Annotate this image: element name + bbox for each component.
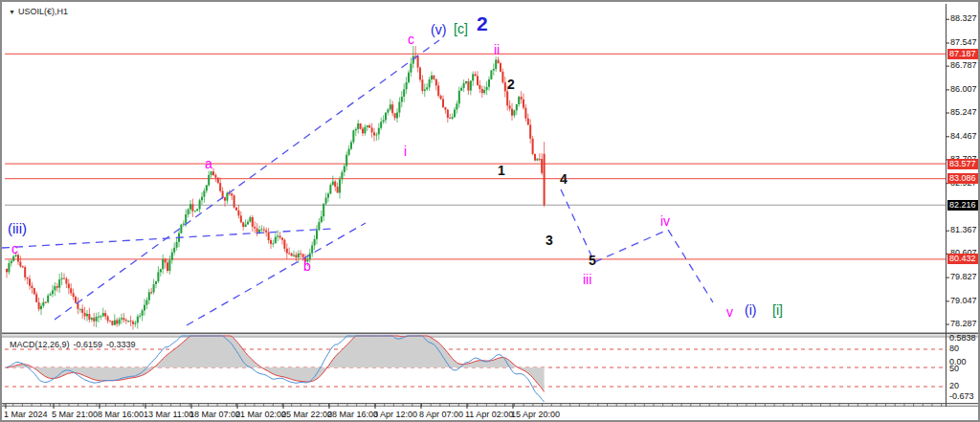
time-axis-label: 13 Mar 11:00 bbox=[144, 411, 193, 419]
time-axis-label: 28 Mar 16:00 bbox=[327, 411, 378, 419]
wave-label-5[interactable]: 5 bbox=[589, 254, 596, 267]
time-axis-label: 21 Mar 02:00 bbox=[235, 411, 286, 419]
price-axis-label: 87.547 bbox=[950, 38, 977, 47]
time-axis-label: 25 Mar 22:00 bbox=[281, 411, 332, 419]
price-axis-label: 86.787 bbox=[950, 61, 977, 70]
wave-label-c[interactable]: c bbox=[408, 33, 414, 46]
axis-separator-face bbox=[2, 404, 980, 406]
candles bbox=[6, 46, 546, 329]
axis-separator bbox=[2, 403, 980, 404]
dropdown-arrow-icon[interactable]: ▼ bbox=[9, 9, 15, 15]
wave-label-iv[interactable]: iv bbox=[660, 214, 670, 228]
wave-label-2[interactable]: 2 bbox=[477, 13, 488, 33]
time-axis-label: 8 Mar 16:00 bbox=[98, 411, 144, 419]
axis-separator-shadow bbox=[2, 406, 980, 407]
price-badge-82.216: 82.216 bbox=[947, 200, 979, 211]
wave-label-v[interactable]: (v) bbox=[431, 23, 446, 36]
price-axis-label: 88.327 bbox=[950, 14, 977, 23]
macd-signal-value: -0.3339 bbox=[106, 340, 136, 349]
time-axis-label: 1 Mar 2024 bbox=[4, 411, 48, 419]
wave-label-v[interactable]: v bbox=[726, 305, 733, 319]
time-axis-label: 11 Apr 02:00 bbox=[465, 411, 513, 419]
symbol-selector[interactable]: ▼USOIL(€),H1 bbox=[9, 7, 68, 16]
symbol-label-text: USOIL(€),H1 bbox=[18, 7, 68, 16]
price-axis-label: 85.247 bbox=[950, 108, 977, 117]
chart-window: ▼USOIL(€),H1 MACD(12,26,9)-0.6159-0.3339… bbox=[0, 0, 980, 422]
time-axis-label: 15 Apr 20:00 bbox=[511, 411, 560, 419]
trendline-main-rising-trendline[interactable] bbox=[55, 40, 439, 320]
time-axis-label: 18 Mar 07:00 bbox=[189, 411, 240, 419]
price-badge-83.577: 83.577 bbox=[947, 159, 979, 169]
panel-separator-shadow bbox=[2, 337, 980, 338]
chart-canvas[interactable] bbox=[2, 2, 980, 422]
macd-axis-label: 50 bbox=[949, 365, 959, 373]
price-badge-87.187: 87.187 bbox=[947, 49, 979, 59]
price-axis-label: 78.287 bbox=[950, 320, 977, 328]
macd-axis-label: 20 bbox=[949, 382, 959, 390]
time-axis-label: 8 Apr 07:00 bbox=[419, 411, 463, 419]
wave-label-i[interactable]: i bbox=[404, 144, 407, 158]
wave-label-iii[interactable]: (iii) bbox=[8, 221, 27, 235]
wave-label-1[interactable]: 1 bbox=[498, 164, 505, 177]
wave-label-3[interactable]: 3 bbox=[546, 233, 553, 247]
wave-label-b[interactable]: b bbox=[303, 259, 311, 273]
price-axis-label: 84.467 bbox=[950, 132, 977, 141]
wave-label-c[interactable]: c bbox=[11, 242, 18, 255]
wave-label-i[interactable]: [i] bbox=[772, 303, 783, 317]
macd-indicator-label: MACD(12,26,9)-0.6159-0.3339 bbox=[10, 340, 140, 349]
wave-label-i[interactable]: (i) bbox=[745, 303, 756, 317]
macd-axis-label: 80 bbox=[949, 344, 959, 353]
macd-axis-label: -0.673 bbox=[949, 392, 974, 401]
wave-label-iii[interactable]: iii bbox=[583, 273, 591, 286]
price-axis-label: 86.007 bbox=[950, 85, 977, 94]
wave-label-2[interactable]: 2 bbox=[507, 78, 515, 91]
panel-separator-face bbox=[2, 334, 980, 337]
wave-label-c[interactable]: [c] bbox=[454, 22, 468, 35]
wave-label-ii[interactable]: ii bbox=[494, 43, 500, 56]
price-axis-label: 79.827 bbox=[950, 273, 977, 281]
macd-axis-label: 0.5838 bbox=[949, 334, 976, 343]
panel-separator[interactable] bbox=[2, 333, 980, 335]
price-axis-label: 81.367 bbox=[950, 226, 977, 234]
price-badge-80.432: 80.432 bbox=[947, 254, 979, 264]
wave-label-4[interactable]: 4 bbox=[560, 172, 568, 186]
macd-main-value: -0.6159 bbox=[74, 340, 103, 349]
price-axis-label: 79.047 bbox=[950, 297, 977, 305]
time-axis-label: 3 Apr 12:00 bbox=[373, 411, 417, 419]
time-axis-label: 5 Mar 21:00 bbox=[52, 411, 98, 419]
macd-name: MACD(12,26,9) bbox=[10, 340, 70, 349]
wave-label-a[interactable]: a bbox=[205, 157, 212, 170]
price-badge-83.086: 83.086 bbox=[947, 173, 979, 184]
